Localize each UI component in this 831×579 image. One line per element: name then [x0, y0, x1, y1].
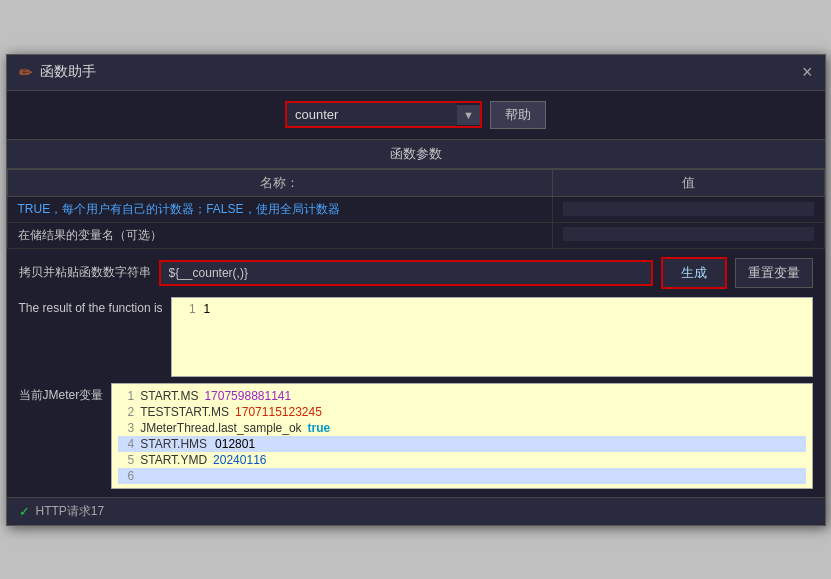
copy-label: 拷贝并粘贴函数数字符串: [19, 264, 151, 281]
vars-box: 1 START.MS 1707598881141 2 TESTSTART.MS …: [111, 383, 812, 489]
bottom-bar: ✓ HTTP请求17: [7, 497, 825, 525]
result-area: The result of the function is 1 1: [7, 297, 825, 383]
dialog-title: 函数助手: [40, 63, 96, 81]
param-row-1: TRUE，每个用户有自己的计数器；FALSE，使用全局计数器: [7, 196, 824, 222]
var-line-5: 5 START.YMD 20240116: [118, 452, 805, 468]
var-line-1: 1 START.MS 1707598881141: [118, 388, 805, 404]
param-1-value[interactable]: [552, 196, 824, 222]
function-input[interactable]: [287, 103, 457, 126]
vars-area: 当前JMeter变量 1 START.MS 1707598881141 2 TE…: [7, 383, 825, 497]
function-dropdown-wrapper: ▼: [285, 101, 482, 128]
status-ok-icon: ✓: [19, 504, 30, 519]
result-box: 1 1: [171, 297, 813, 377]
param-2-value[interactable]: [552, 222, 824, 248]
var-line-2: 2 TESTSTART.MS 1707115123245: [118, 404, 805, 420]
title-bar: ✏ 函数助手 ×: [7, 55, 825, 91]
col-name-header: 名称：: [7, 169, 552, 196]
param-1-input[interactable]: [563, 202, 814, 216]
result-label: The result of the function is: [19, 297, 163, 315]
edit-icon: ✏: [19, 63, 32, 82]
copy-area: 拷贝并粘贴函数数字符串 生成 重置变量: [7, 249, 825, 297]
param-2-input[interactable]: [563, 227, 814, 241]
copy-input[interactable]: [161, 262, 651, 284]
result-line-num-1: 1: [180, 302, 196, 316]
dropdown-arrow-button[interactable]: ▼: [457, 105, 480, 125]
param-1-desc: TRUE，每个用户有自己的计数器；FALSE，使用全局计数器: [7, 196, 552, 222]
status-text: HTTP请求17: [36, 503, 105, 520]
var-line-6: 6: [118, 468, 805, 484]
help-button[interactable]: 帮助: [490, 101, 546, 129]
col-value-header: 值: [552, 169, 824, 196]
var-line-3: 3 JMeterThread.last_sample_ok true: [118, 420, 805, 436]
copy-input-wrapper: [159, 260, 653, 286]
result-line-1: 1 1: [180, 302, 804, 316]
params-section-header: 函数参数: [7, 139, 825, 169]
top-controls: ▼ 帮助: [7, 91, 825, 139]
vars-label: 当前JMeter变量: [19, 383, 104, 404]
function-helper-dialog: ✏ 函数助手 × ▼ 帮助 函数参数 名称： 值 TRUE，每个用户有自己的计数…: [6, 54, 826, 526]
generate-button[interactable]: 生成: [661, 257, 727, 289]
reset-button[interactable]: 重置变量: [735, 258, 813, 288]
param-2-desc: 在储结果的变量名（可选）: [7, 222, 552, 248]
var-line-4: 4 START.HMS 012801: [118, 436, 805, 452]
params-table: 名称： 值 TRUE，每个用户有自己的计数器；FALSE，使用全局计数器 在储结…: [7, 169, 825, 249]
close-button[interactable]: ×: [802, 63, 813, 81]
param-row-2: 在储结果的变量名（可选）: [7, 222, 824, 248]
result-value-1: 1: [204, 302, 211, 316]
title-bar-left: ✏ 函数助手: [19, 63, 96, 82]
